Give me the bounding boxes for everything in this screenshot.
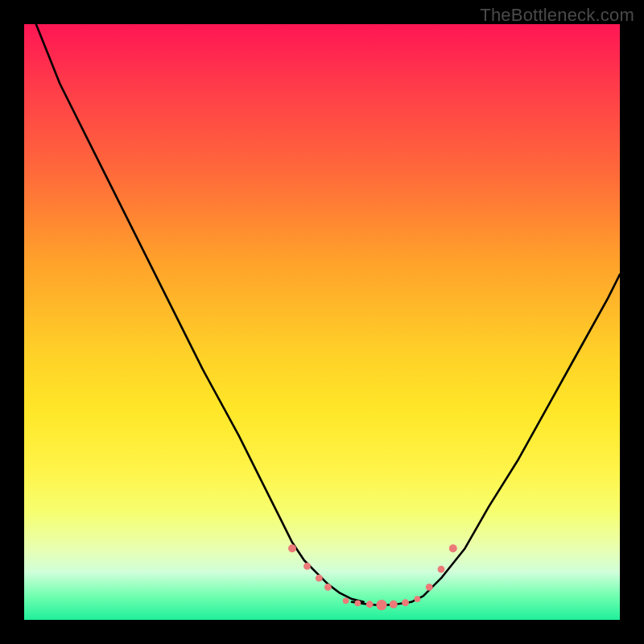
bottleneck-curve (36, 24, 620, 605)
marker-point (426, 584, 433, 591)
marker-point (376, 600, 386, 610)
marker-point (316, 575, 323, 582)
marker-point (449, 544, 457, 552)
marker-group (288, 544, 457, 610)
marker-point (303, 563, 311, 570)
chart-frame: TheBottleneck.com (0, 0, 644, 644)
marker-point (390, 601, 398, 609)
watermark-text: TheBottleneck.com (480, 5, 634, 26)
marker-point (415, 596, 421, 602)
marker-point (343, 597, 349, 604)
marker-point (438, 566, 445, 573)
plot-area (24, 24, 620, 620)
marker-point (324, 584, 332, 591)
chart-svg (24, 24, 620, 620)
marker-point (366, 601, 374, 608)
marker-point (402, 599, 409, 606)
marker-point (288, 544, 296, 552)
marker-point (355, 600, 361, 606)
